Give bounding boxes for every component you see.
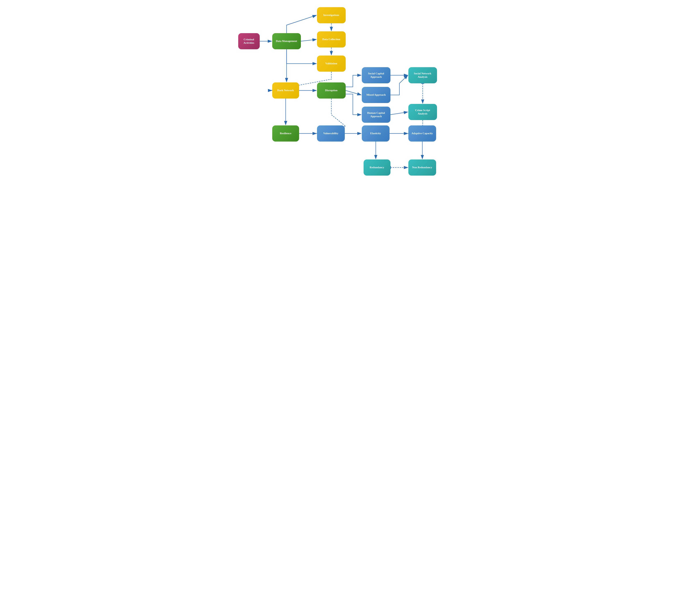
- mixed-approach-node: Mixed Approach: [362, 87, 390, 103]
- dark-network-label: Dark Network: [277, 89, 294, 92]
- dark-network-node: Dark Network: [272, 83, 299, 98]
- data-collection-label: Data Collection: [322, 38, 340, 41]
- validation-label: Validation: [325, 62, 337, 65]
- elasticity-node: Elasticity: [362, 126, 390, 141]
- non-redundancy-label: Non Redundancy: [412, 166, 432, 169]
- data-management-node: Data Management: [272, 33, 301, 49]
- disruption-label: Disruption: [325, 89, 337, 92]
- svg-line-3: [301, 39, 317, 41]
- social-capital-node: Social Capital Approach: [362, 67, 390, 83]
- social-network-node: Social Network Analysis: [408, 67, 437, 83]
- crime-script-node: Crime Script Analysis: [408, 104, 437, 120]
- validation-node: Validation: [317, 56, 346, 72]
- investigations-label: Investigations: [323, 14, 339, 17]
- non-redundancy-node: Non Redundancy: [408, 159, 436, 176]
- resilience-node: Resilience: [272, 126, 299, 141]
- human-capital-label: Human Capital Approach: [364, 111, 388, 118]
- social-network-label: Social Network Analysis: [411, 72, 434, 79]
- redundancy-label: Redundancy: [370, 166, 384, 169]
- redundancy-node: Redundancy: [364, 159, 390, 176]
- resilience-label: Resilience: [280, 132, 291, 135]
- data-management-label: Data Management: [276, 39, 297, 43]
- social-capital-label: Social Capital Approach: [364, 72, 388, 79]
- vulnerability-label: Vulnerability: [323, 132, 338, 135]
- crime-script-label: Crime Script Analysis: [411, 109, 434, 115]
- diagram-container: Criminal Activities Data Management Inve…: [235, 4, 450, 197]
- human-capital-node: Human Capital Approach: [362, 107, 390, 123]
- adaptive-capacity-node: Adaptive Capacity: [408, 126, 436, 141]
- elasticity-label: Elasticity: [370, 132, 381, 135]
- criminal-activities-label: Criminal Activities: [241, 38, 257, 45]
- svg-line-10: [390, 112, 408, 115]
- svg-line-8: [346, 90, 361, 95]
- mixed-approach-label: Mixed Approach: [366, 93, 386, 97]
- data-collection-node: Data Collection: [317, 31, 346, 47]
- adaptive-capacity-label: Adaptive Capacity: [411, 132, 433, 135]
- investigations-node: Investigations: [317, 7, 346, 23]
- vulnerability-node: Vulnerability: [317, 126, 345, 141]
- criminal-activities-node: Criminal Activities: [238, 33, 260, 49]
- disruption-node: Disruption: [317, 83, 346, 98]
